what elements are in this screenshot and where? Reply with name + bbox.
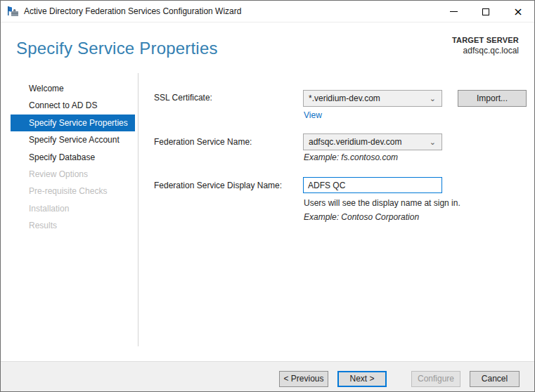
cancel-button[interactable]: Cancel — [470, 371, 520, 387]
sidebar-item-review-options: Review Options — [11, 166, 135, 183]
footer: < Previous Next > Configure Cancel — [1, 362, 534, 392]
chevron-down-icon: ⌄ — [430, 135, 436, 150]
federation-service-name-example: Example: fs.contoso.com — [304, 152, 398, 162]
sidebar-item-specify-service-properties[interactable]: Specify Service Properties — [11, 115, 135, 131]
ssl-certificate-value: *.veridium-dev.com — [309, 93, 380, 103]
close-icon: × — [513, 6, 522, 18]
sidebar-item-installation: Installation — [11, 200, 135, 217]
ssl-certificate-combobox[interactable]: *.veridium-dev.com ⌄ — [303, 90, 442, 107]
federation-service-name-label: Federation Service Name: — [154, 137, 252, 147]
minimize-icon — [450, 11, 458, 12]
sidebar-divider — [138, 73, 138, 346]
display-name-hint: Users will see the display name at sign … — [304, 198, 460, 208]
sidebar-item-specify-database[interactable]: Specify Database — [11, 149, 135, 166]
page-title: Specify Service Properties — [16, 39, 218, 58]
next-button[interactable]: Next > — [337, 371, 387, 387]
close-button[interactable]: × — [502, 1, 534, 22]
federation-service-name-combobox[interactable]: adfsqc.veridium-dev.com ⌄ — [303, 133, 442, 150]
window-title: Active Directory Federation Services Con… — [24, 6, 241, 16]
sidebar-item-results: Results — [11, 217, 135, 234]
sidebar-item-connect-to-ad-ds[interactable]: Connect to AD DS — [11, 97, 135, 114]
previous-button[interactable]: < Previous — [279, 371, 328, 387]
sidebar-item-welcome[interactable]: Welcome — [11, 80, 135, 97]
titlebar: Active Directory Federation Services Con… — [1, 1, 534, 22]
view-certificate-link[interactable]: View — [304, 110, 322, 120]
target-server-label: TARGET SERVER — [452, 36, 519, 44]
chevron-down-icon: ⌄ — [430, 91, 436, 107]
maximize-button[interactable] — [470, 1, 502, 22]
configure-button: Configure — [411, 371, 460, 387]
sidebar-item-pre-requisite-checks: Pre-requisite Checks — [11, 183, 135, 200]
federation-service-display-name-label: Federation Service Display Name: — [154, 181, 282, 190]
target-server: TARGET SERVER adfsqc.qc.local — [452, 36, 519, 55]
sidebar-item-specify-service-account[interactable]: Specify Service Account — [11, 131, 135, 148]
federation-service-display-name-input[interactable] — [303, 177, 442, 193]
display-name-example: Example: Contoso Corporation — [304, 212, 419, 222]
import-button[interactable]: Import... — [458, 90, 527, 107]
target-server-value: adfsqc.qc.local — [452, 46, 519, 55]
minimize-button[interactable] — [437, 1, 470, 22]
wizard-window: Active Directory Federation Services Con… — [0, 0, 535, 392]
ssl-certificate-label: SSL Certificate: — [154, 93, 212, 103]
federation-service-name-value: adfsqc.veridium-dev.com — [309, 137, 402, 147]
maximize-icon — [482, 8, 489, 15]
server-manager-wizard-icon — [7, 6, 20, 18]
